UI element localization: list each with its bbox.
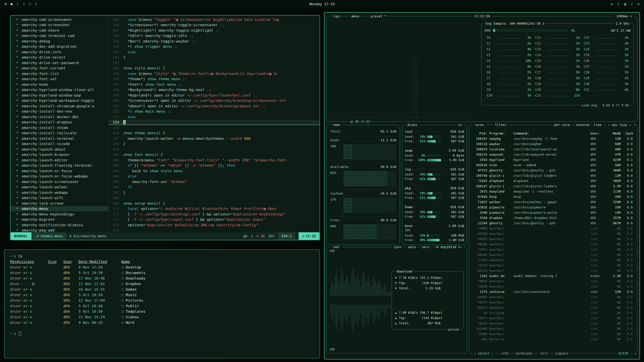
workspace-button[interactable]: 4 <box>29 2 31 6</box>
file-tree-item[interactable]: * omarchy-install-vscode <box>11 141 108 147</box>
file-tree-item[interactable]: * omarchy-migrate <box>11 217 108 222</box>
file-tree-item[interactable]: * omarchy-cmd-screensaver <box>11 17 108 22</box>
process-row[interactable]: 108147 glycin-i /usr/lib/glycin-loaders … <box>471 184 635 189</box>
process-row[interactable]: 71835 elephant elephant dhh 385M 0.0 <box>471 178 635 184</box>
file-tree-item[interactable]: * omarchy-install-tailscale <box>11 130 108 136</box>
file-tree-item[interactable]: * omarchy-font-current <box>11 66 108 71</box>
network-icon[interactable]: ⇄ <box>611 2 613 6</box>
bluetooth-icon[interactable]: ᛒ <box>617 2 619 6</box>
process-row[interactable]: 76575 kworker/ root 0B 0.0 <box>471 300 635 305</box>
select-keys[interactable]: ↑ select ↓ <box>473 351 495 355</box>
cpu-tab[interactable]: ¹cpu <box>330 14 341 18</box>
proc-tab[interactable]: ⁴proc <box>473 123 486 127</box>
process-row[interactable]: 1275 containe /usr/bin/containerd root 5… <box>471 289 635 294</box>
file-tree-item[interactable]: * omarchy-install-chromium-google-a <box>11 103 108 109</box>
process-row[interactable]: 803 btrfs-tr root 0B 0.0 <box>471 337 635 342</box>
process-row[interactable]: 73656 kworker/ root 0B 0.0 <box>471 284 635 289</box>
update-interval[interactable]: - 2000ms + <box>611 14 634 18</box>
process-row[interactable]: 95673 kworker/ root 0B 0.0 <box>471 305 635 310</box>
per-core-button[interactable]: per-core <box>552 123 571 127</box>
col-pid[interactable]: Pid: <box>473 131 489 135</box>
process-row[interactable]: 2544 dropbox /home/dhh/.dropbox-dist dhh… <box>471 215 635 220</box>
reverse-button[interactable]: reverse <box>574 123 591 127</box>
file-tree-item[interactable]: * omarchy-hyprland-workspace-toggle <box>11 98 108 104</box>
file-tree-item[interactable]: * omarchy-lock-screen <box>11 201 108 206</box>
net-auto-button[interactable]: auto <box>407 245 417 249</box>
col-cpu[interactable]: Cpu% <box>621 131 633 135</box>
tree-button[interactable]: tree <box>592 123 603 127</box>
terminal-window[interactable]: ~ ❯ ls Permissions Size User Date Modifi… <box>4 249 320 358</box>
file-tree-item[interactable]: * omarchy-launch-browser <box>11 152 108 158</box>
process-row[interactable]: 94540 kworker/ root 0B 0.0 <box>471 231 635 236</box>
process-row[interactable]: 108033 localsea /usr/lib/localsearch-ex … <box>471 147 635 152</box>
process-row[interactable]: 106746 glycin-i /usr/lib/glycin-loaders … <box>471 173 635 178</box>
file-tree-item[interactable]: * omarchy-debug <box>11 38 108 44</box>
file-tree-item[interactable]: * omarchy-notification-dismiss <box>11 222 108 228</box>
signals-button[interactable]: signals <box>554 351 570 355</box>
process-row[interactable]: 1162 avahi-da avahi-daemon: running [ av… <box>471 273 635 279</box>
process-row[interactable]: 16 rcu_pree root 0B 0.0 <box>471 310 635 315</box>
file-tree-item[interactable]: * omarchy-launch-about <box>11 147 108 152</box>
net-zero-button[interactable]: zero <box>420 245 431 249</box>
volume-icon[interactable]: ♪ <box>631 2 633 6</box>
process-row[interactable]: 108116 waybar /usr/bin/waybar dhh 68M 0.… <box>471 141 635 147</box>
file-tree-item[interactable]: * omarchy-cmd-terminal-cwd <box>11 33 108 39</box>
file-tree-item[interactable]: * omarchy-install-docker-dbs <box>11 114 108 120</box>
process-row[interactable]: 72088 kworker/ root 0B 0.0 <box>471 331 635 337</box>
workspace-1-active[interactable]: ■ <box>11 2 12 6</box>
process-row[interactable]: 1916 Hyprland Hyprland dhh 423M 0.1 <box>471 157 635 162</box>
scroll-down-icon[interactable]: ↓ <box>633 351 638 355</box>
process-row[interactable]: 87573 ghostty /usr/bin/ghostty --gtk- dh… <box>471 168 635 173</box>
file-tree-item[interactable]: * omarchy-install-dev-env <box>11 109 108 114</box>
file-tree-item[interactable]: * omarchy-cmd-share <box>11 28 108 33</box>
process-row[interactable]: 2075 Xwayland Xwayland :1 -rootless - dh… <box>471 189 635 194</box>
file-tree-item[interactable]: * omarchy-drive-set-password <box>11 60 108 66</box>
info-button[interactable]: info <box>500 351 510 355</box>
col-program[interactable]: Program: <box>489 131 513 135</box>
scroll-up-icon[interactable]: ↑ <box>633 123 638 127</box>
file-tree-item[interactable]: * omarchy-hyprland-window-pop <box>11 93 108 98</box>
file-tree-item[interactable]: * omarchy-launch-walker <box>11 185 108 190</box>
process-row[interactable]: 12244 ghostty /usr/bin/ghostty --gtk- dh… <box>471 220 635 226</box>
io-mode-button[interactable]: io <box>456 123 463 127</box>
process-row[interactable]: 63816 pipewire /usr/bin/pipewire dhh 25M… <box>471 205 635 210</box>
file-tree-item[interactable]: * omarchy-install-dropbox <box>11 120 108 125</box>
col-user[interactable]: User: <box>590 131 606 135</box>
process-row[interactable]: 79032 kworker/ root 0B 0.0 <box>471 279 635 284</box>
file-tree-item[interactable]: * omarchy-install-terminal <box>11 136 108 141</box>
file-tree-item[interactable]: * omarchy-launch-or-focus <box>11 168 108 174</box>
process-row[interactable]: 68583 kworker/ root 0B 0.0 <box>471 236 635 242</box>
net-tab[interactable]: ³net <box>330 245 341 249</box>
process-row[interactable]: 71837 walker /usr/bin/walker --gappl dhh… <box>471 199 635 205</box>
file-tree-item[interactable]: * omarchy-font-set <box>11 76 108 82</box>
process-row[interactable]: 68402 kworker/ root 0B 0.0 <box>471 294 635 300</box>
workspace-button[interactable]: 5 <box>35 2 37 6</box>
terminate-button[interactable]: terminate <box>514 351 534 355</box>
process-row[interactable]: 76577 kworker/ root 0B 0.0 <box>471 315 635 321</box>
net-interface[interactable]: ‹b enp191s0 n› <box>433 245 464 249</box>
file-tree-item[interactable]: * omarchy-cmd-screenshot <box>11 22 108 28</box>
launcher-icon[interactable]: ⊞ <box>5 2 7 6</box>
preset-button[interactable]: preset * <box>369 14 388 18</box>
menu-button[interactable]: menu <box>350 14 361 18</box>
mem-tab[interactable]: ²mem <box>330 123 341 127</box>
file-tree-item[interactable]: * omarchy-install-steam <box>11 125 108 130</box>
file-tree-item[interactable]: * omarchy-launch-wifi <box>11 195 108 201</box>
process-row[interactable]: 68584 kworker/ root 0B 0.0 <box>471 252 635 257</box>
process-row[interactable]: 87649 btop btop dhh 26M 0.0 <box>471 194 635 199</box>
disks-tab[interactable]: disks <box>406 123 419 127</box>
file-tree-item[interactable]: * omarchy-pkg-add <box>11 228 108 233</box>
file-tree-item[interactable]: * omarchy-launch-editor <box>11 157 108 163</box>
file-tree-item[interactable]: * omarchy-launch-floating-terminal- <box>11 163 108 168</box>
file-tree-item[interactable]: * omarchy-font-list <box>11 71 108 76</box>
net-sync-button[interactable]: sync <box>392 245 403 249</box>
file-tree-item[interactable]: * omarchy-launch-or-focus-webapp <box>11 174 108 179</box>
file-tree-item[interactable]: * omarchy-menu-keybindings <box>11 211 108 217</box>
file-tree-item[interactable]: * omarchy-drive-select <box>11 55 108 60</box>
process-row[interactable]: 73703 kworker/ root 0B 0.0 <box>471 257 635 263</box>
battery-icon[interactable]: ▥ <box>624 2 626 6</box>
process-row[interactable]: 76313 kworker/ root 0B 0.0 <box>471 321 635 326</box>
power-icon[interactable]: ⊙ <box>637 2 639 6</box>
col-memb[interactable]: MemB <box>606 131 621 135</box>
process-row[interactable]: 72073 kworker/ root 0B 0.0 <box>471 247 635 252</box>
